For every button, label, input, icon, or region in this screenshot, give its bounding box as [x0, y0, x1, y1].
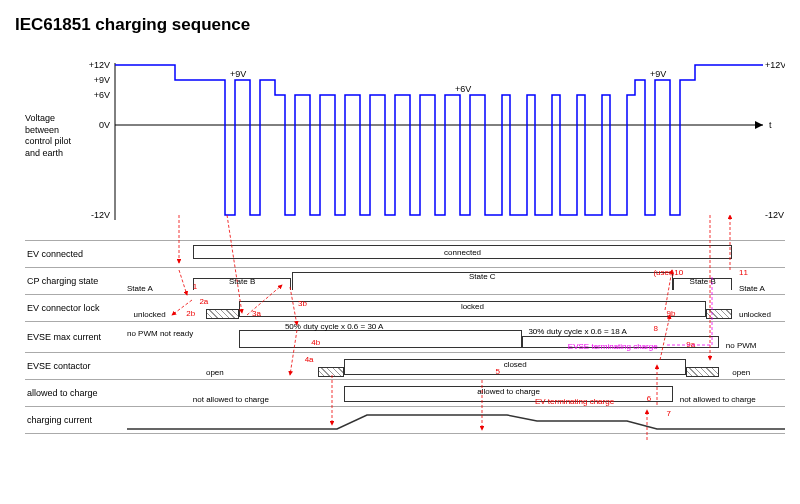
row-label: allowed to charge: [25, 380, 127, 406]
annot-6: 6: [647, 394, 651, 403]
ytick-right: +12V: [765, 60, 785, 70]
row-allowed: allowed to charge not allowed to charge …: [25, 380, 785, 407]
annot-evse-term: EVSE terminating charge: [568, 342, 658, 351]
annot-2b: 2b: [186, 309, 195, 318]
waveform-annot-9v-end: +9V: [650, 69, 666, 79]
ytick: +9V: [94, 75, 110, 85]
row-cp-state: CP charging state State A State B State …: [25, 268, 785, 295]
ytick: -12V: [91, 210, 110, 220]
row-evse-max-current: EVSE max current no PWM not ready 50% du…: [25, 322, 785, 353]
timing-rows: EV connected connected CP charging state…: [25, 240, 785, 434]
ytick: +12V: [89, 60, 110, 70]
ytick: 0V: [99, 120, 110, 130]
row-charging-current: charging current 7: [25, 407, 785, 434]
voltage-chart: Voltage between control pilot and earth …: [85, 55, 785, 230]
voltage-waveform-svg: +12V +9V +6V 0V -12V +12V -12V t +9V +6V…: [85, 55, 785, 230]
annot-3a: 3a: [252, 309, 261, 318]
annot-5: 5: [495, 367, 499, 376]
ytick: +6V: [94, 90, 110, 100]
svg-marker-1: [755, 121, 763, 129]
annot-ev-term: EV terminating charge: [535, 397, 614, 406]
annot-1: 1: [193, 282, 197, 291]
row-label: EVSE max current: [25, 322, 127, 352]
annot-3b: 3b: [298, 299, 307, 308]
x-axis-label: t: [769, 120, 772, 130]
annot-7: 7: [667, 409, 671, 418]
row-label: CP charging state: [25, 268, 127, 294]
annot-9a: 9b: [667, 309, 676, 318]
waveform-annot-6v: +6V: [455, 84, 471, 94]
row-label: EV connector lock: [25, 295, 127, 321]
waveform-annot-9v: +9V: [230, 69, 246, 79]
row-label: EVSE contactor: [25, 353, 127, 379]
annot-2a: 2a: [199, 297, 208, 306]
row-label: charging current: [25, 407, 127, 433]
row-evse-contactor: EVSE contactor open closed open 4a 5: [25, 353, 785, 380]
current-waveform: [127, 407, 785, 433]
ytick-right: -12V: [765, 210, 784, 220]
row-ev-lock: EV connector lock unlocked locked unlock…: [25, 295, 785, 322]
annot-9b: 9a: [686, 340, 695, 349]
row-ev-connected: EV connected connected: [25, 240, 785, 268]
seg-connected: connected: [193, 245, 733, 259]
page-title: IEC61851 charging sequence: [15, 15, 785, 35]
annot-user10: (user)10: [653, 268, 683, 277]
row-label: EV connected: [25, 241, 127, 267]
cp-waveform: [115, 65, 763, 215]
annot-4a: 4a: [305, 355, 314, 364]
annot-4b: 4b: [311, 338, 320, 347]
annot-8: 8: [653, 324, 657, 333]
y-axis-label: Voltage between control pilot and earth: [25, 113, 75, 160]
annot-11: 11: [739, 268, 748, 277]
